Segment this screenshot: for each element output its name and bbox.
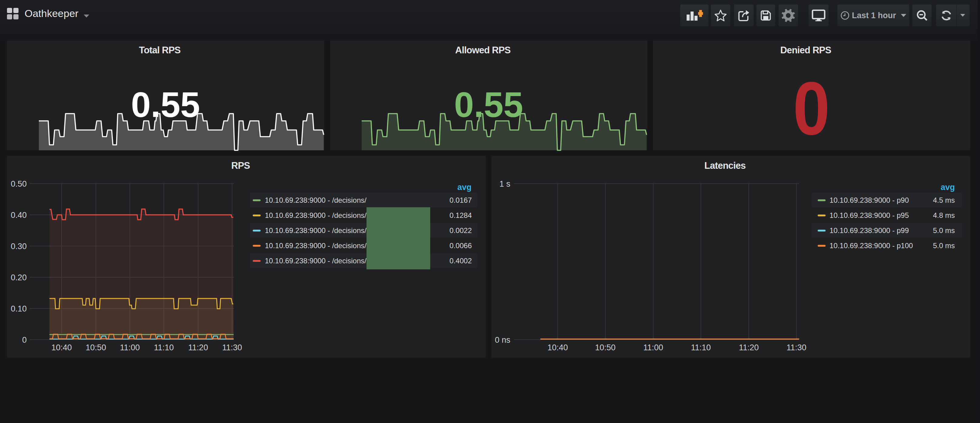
svg-text:11:10: 11:10 [691,343,711,352]
svg-text:0: 0 [22,336,27,345]
svg-text:0.30: 0.30 [11,242,27,251]
svg-text:0 ns: 0 ns [495,336,510,345]
svg-text:10:40: 10:40 [547,343,568,352]
svg-text:10:50: 10:50 [595,343,616,352]
svg-text:11:20: 11:20 [188,343,208,352]
svg-text:0.20: 0.20 [11,273,27,282]
svg-text:11:10: 11:10 [154,343,174,352]
svg-text:11:00: 11:00 [643,343,663,352]
svg-text:11:00: 11:00 [120,343,140,352]
svg-text:11:20: 11:20 [739,343,759,352]
svg-text:10:50: 10:50 [86,343,106,352]
svg-text:11:30: 11:30 [786,343,807,352]
svg-text:0.40: 0.40 [11,211,27,220]
svg-text:10:40: 10:40 [51,343,72,352]
svg-text:0.10: 0.10 [11,304,27,313]
svg-text:11:30: 11:30 [222,343,242,352]
